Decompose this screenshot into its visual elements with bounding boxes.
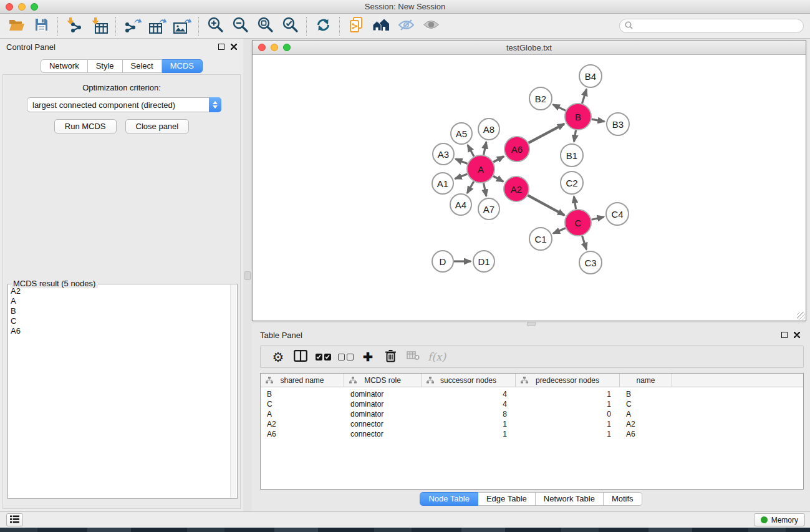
graph-edge-C-C1[interactable]: [553, 228, 566, 234]
cell-name[interactable]: C: [620, 400, 672, 409]
vertical-splitter[interactable]: [243, 39, 252, 511]
search-input[interactable]: [636, 21, 803, 31]
float-panel-icon[interactable]: [781, 332, 788, 338]
tab-select[interactable]: Select: [123, 59, 162, 73]
close-panel-button[interactable]: Close panel: [125, 119, 190, 133]
export-table-button[interactable]: [145, 16, 170, 37]
horizontal-splitter[interactable]: [252, 321, 810, 327]
table-row[interactable]: A6connector11A6: [261, 429, 803, 439]
graph-node-B1[interactable]: B1: [561, 144, 583, 167]
cell-predecessor_nodes[interactable]: 1: [516, 390, 620, 399]
column-header-predecessor-nodes[interactable]: predecessor nodes: [516, 374, 620, 387]
run-mcds-button[interactable]: Run MCDS: [54, 119, 117, 133]
criterion-dropdown[interactable]: largest connected component (directed): [27, 97, 221, 112]
show-all-button[interactable]: [418, 16, 443, 37]
column-header-mcds-role[interactable]: MCDS role: [344, 374, 422, 387]
graph-node-D1[interactable]: D1: [473, 251, 494, 272]
graph-edge-C-C3[interactable]: [582, 236, 587, 249]
graph-node-C4[interactable]: C4: [606, 203, 629, 225]
float-panel-icon[interactable]: [218, 44, 224, 50]
search-field[interactable]: [619, 19, 804, 33]
mcds-result-item[interactable]: C: [11, 316, 229, 326]
cell-mcds_role[interactable]: connector: [344, 430, 422, 438]
graph-edge-C-C4[interactable]: [591, 217, 604, 220]
refresh-view-button[interactable]: [311, 16, 335, 37]
cell-shared_name[interactable]: C: [261, 400, 344, 409]
graph-node-C[interactable]: C: [565, 210, 591, 236]
column-header-shared-name[interactable]: shared name: [261, 374, 344, 387]
cell-name[interactable]: A6: [620, 430, 672, 438]
export-image-button[interactable]: [170, 16, 195, 37]
graph-node-A5[interactable]: A5: [451, 123, 472, 144]
zoom-in-button[interactable]: [203, 16, 228, 37]
splitter-grip[interactable]: [244, 271, 251, 280]
tab-node-table[interactable]: Node Table: [420, 492, 478, 506]
cell-successor_nodes[interactable]: 1: [422, 430, 516, 438]
table-row[interactable]: Adominator80A: [261, 409, 803, 419]
graph-node-B3[interactable]: B3: [607, 113, 629, 135]
delete-table-button[interactable]: [402, 347, 424, 366]
network-canvas[interactable]: B4B2BB3A5A8A6A3B1AA1C2A2A4A7C4CC1DD1C3: [253, 56, 806, 321]
cell-name[interactable]: A2: [620, 420, 672, 428]
zoom-out-button[interactable]: [228, 16, 253, 37]
column-header-successor-nodes[interactable]: successor nodes: [422, 374, 516, 387]
clone-network-button[interactable]: [344, 16, 369, 37]
cell-predecessor_nodes[interactable]: 1: [516, 430, 620, 438]
graph-node-A8[interactable]: A8: [478, 118, 499, 140]
delete-row-button[interactable]: [379, 347, 402, 366]
cell-successor_nodes[interactable]: 8: [422, 410, 516, 418]
graph-node-A[interactable]: A: [467, 155, 494, 183]
memory-button[interactable]: Memory: [754, 513, 805, 526]
graph-node-C2[interactable]: C2: [561, 172, 583, 194]
graph-node-A3[interactable]: A3: [433, 143, 454, 165]
add-row-button[interactable]: ✚: [357, 347, 379, 366]
graph-node-B2[interactable]: B2: [529, 87, 552, 110]
cell-successor_nodes[interactable]: 4: [422, 390, 516, 399]
table-row[interactable]: Cdominator41C: [261, 399, 803, 409]
graph-node-A6[interactable]: A6: [504, 137, 529, 162]
cell-shared_name[interactable]: A6: [261, 430, 344, 438]
resize-grip-icon[interactable]: [797, 312, 805, 320]
graph-edge-B-B1[interactable]: [574, 130, 576, 142]
home-button[interactable]: [369, 16, 393, 37]
graph-node-A7[interactable]: A7: [478, 198, 499, 220]
graph-edge-C-C2[interactable]: [574, 196, 576, 210]
mcds-result-item[interactable]: A2: [11, 286, 229, 296]
cell-name[interactable]: B: [620, 390, 672, 399]
graph-edge-A-A7[interactable]: [484, 183, 486, 196]
graph-edge-A-A4[interactable]: [467, 181, 473, 193]
tab-network-table[interactable]: Network Table: [536, 492, 604, 506]
splitter-grip[interactable]: [527, 322, 536, 326]
cell-predecessor_nodes[interactable]: 1: [516, 400, 620, 409]
task-history-button[interactable]: [6, 513, 23, 526]
graph-edge-A-A1[interactable]: [455, 174, 468, 178]
hide-selected-button[interactable]: [393, 16, 418, 37]
zoom-fit-button[interactable]: [253, 16, 277, 37]
export-network-button[interactable]: [120, 16, 145, 37]
import-network-button[interactable]: [62, 16, 87, 37]
graph-edge-A2-C[interactable]: [528, 195, 564, 215]
cell-mcds_role[interactable]: dominator: [344, 410, 422, 418]
tab-network[interactable]: Network: [41, 59, 88, 73]
graph-edge-A-A2[interactable]: [493, 176, 503, 181]
graph-node-A4[interactable]: A4: [450, 194, 471, 215]
close-panel-icon[interactable]: [794, 332, 800, 338]
graph-edge-A-A8[interactable]: [484, 142, 486, 155]
graph-node-A2[interactable]: A2: [504, 177, 529, 201]
cell-mcds_role[interactable]: connector: [344, 420, 422, 428]
table-row[interactable]: A2connector11A2: [261, 419, 803, 429]
graph-node-C3[interactable]: C3: [579, 251, 602, 274]
cell-predecessor_nodes[interactable]: 0: [516, 410, 620, 418]
cell-shared_name[interactable]: B: [261, 390, 344, 399]
tab-mcds[interactable]: MCDS: [162, 59, 203, 73]
graph-edge-A-A5[interactable]: [468, 145, 474, 156]
result-scrollbar[interactable]: [230, 285, 236, 498]
graph-node-A1[interactable]: A1: [432, 173, 453, 194]
mcds-result-item[interactable]: A: [11, 296, 229, 306]
tab-style[interactable]: Style: [88, 59, 123, 73]
graph-edge-A-A3[interactable]: [455, 159, 467, 164]
select-all-button[interactable]: [312, 347, 334, 366]
graph-node-B4[interactable]: B4: [579, 65, 602, 87]
cell-mcds_role[interactable]: dominator: [344, 400, 422, 409]
deselect-all-button[interactable]: [334, 347, 357, 366]
